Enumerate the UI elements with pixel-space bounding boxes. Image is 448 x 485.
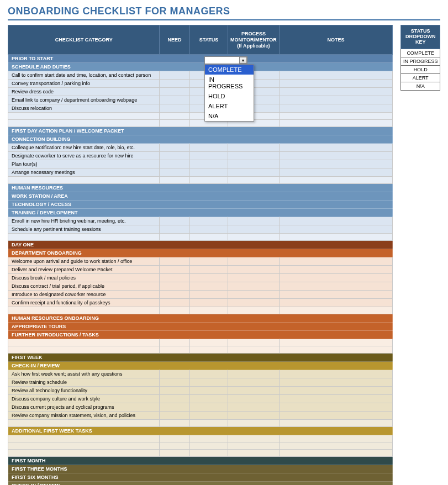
table-row[interactable]: Deliver and review prepared Welcome Pack… xyxy=(8,266,393,274)
sub-further-intro: FURTHER INTRODUCTIONS / TASKS xyxy=(8,331,393,339)
col-notes: NOTES xyxy=(279,25,393,55)
blank-row[interactable] xyxy=(8,435,393,442)
table-row[interactable]: Discuss contract / trial period, if appl… xyxy=(8,282,393,291)
sub-schedule-duties: SCHEDULE AND DUTIES xyxy=(8,63,393,71)
table-row[interactable]: Discuss break / meal policies xyxy=(8,274,393,282)
sub-work-station: WORK STATION / AREA xyxy=(8,192,393,201)
sub-department-onboarding: DEPARTMENT ONBOARDING xyxy=(8,249,393,257)
dropdown-option[interactable]: ALERT xyxy=(205,101,254,111)
dropdown-option[interactable]: COMPLETE xyxy=(205,65,254,75)
table-row[interactable]: Review all technology functionality xyxy=(8,387,393,395)
sub-appropriate-tours: APPROPRIATE TOURS xyxy=(8,323,393,331)
section-prior-to-start: PRIOR TO START xyxy=(8,55,393,63)
sub-connection-building: CONNECTION BUILDING xyxy=(8,135,393,144)
dropdown-option[interactable]: N/A xyxy=(205,111,254,121)
status-key-item: ALERT xyxy=(401,73,440,82)
blank-row[interactable] xyxy=(8,177,393,184)
status-key-item: COMPLETE xyxy=(401,49,440,57)
col-category: CHECKLIST CATEGORY xyxy=(8,25,160,55)
status-key-table: STATUS DROPDOWN KEY COMPLETE IN PROGRESS… xyxy=(400,25,440,91)
blank-row[interactable] xyxy=(8,120,393,127)
table-row[interactable]: Introduce to designated coworker resourc… xyxy=(8,291,393,299)
col-status: STATUS xyxy=(189,25,228,55)
sub-technology-access: TECHNOLOGY / ACCESS xyxy=(8,201,393,209)
table-row[interactable]: Discuss company culture and work style xyxy=(8,395,393,403)
section-first-month: FIRST MONTH xyxy=(8,457,393,465)
table-row[interactable]: Review company mission statement, vision… xyxy=(8,412,393,420)
section-first-three-months: FIRST THREE MONTHS xyxy=(8,465,393,473)
table-row[interactable]: Confirm receipt and functionality of pas… xyxy=(8,299,393,307)
sub-human-resources: HUMAN RESOURCES xyxy=(8,184,393,192)
sub-hr-onboarding: HUMAN RESOURCES ONBOARDING xyxy=(8,314,393,323)
dropdown-cell[interactable]: ▼ xyxy=(204,56,247,64)
blank-row[interactable] xyxy=(8,420,393,427)
blank-row[interactable] xyxy=(8,234,393,241)
status-key-header: STATUS DROPDOWN KEY xyxy=(401,25,440,49)
table-row[interactable]: Plan tour(s) xyxy=(8,160,393,168)
sub-checkin-bottom: CHECK-IN / REVIEW xyxy=(8,482,393,485)
col-process: PROCESS MONITOR/MENTOR (If Applicable) xyxy=(228,25,280,55)
dropdown-option[interactable]: HOLD xyxy=(205,91,254,101)
blank-row[interactable] xyxy=(8,307,393,314)
blank-row[interactable] xyxy=(8,339,393,346)
section-first-six-months: FIRST SIX MONTHS xyxy=(8,473,393,482)
sub-checkin-review: CHECK-IN / REVIEW xyxy=(8,362,393,370)
table-row[interactable]: Arrange necessary meetings xyxy=(8,168,393,177)
chevron-down-icon[interactable]: ▼ xyxy=(239,57,247,64)
title-rule xyxy=(8,19,440,20)
table-row[interactable]: Designate coworker to serve as a resourc… xyxy=(8,152,393,160)
section-day-one: DAY ONE xyxy=(8,241,393,249)
dropdown-option[interactable]: IN PROGRESS xyxy=(205,75,254,91)
table-row[interactable]: Enroll in new hire HR briefing webinar, … xyxy=(8,217,393,225)
blank-row[interactable] xyxy=(8,442,393,450)
table-row[interactable]: Convey transportation / parking info xyxy=(8,80,393,88)
status-dropdown[interactable]: ▼ COMPLETE IN PROGRESS HOLD ALERT N/A xyxy=(204,56,247,64)
dropdown-list[interactable]: COMPLETE IN PROGRESS HOLD ALERT N/A xyxy=(204,64,254,122)
status-key-item: IN PROGRESS xyxy=(401,57,440,65)
blank-row[interactable] xyxy=(8,113,393,120)
sub-additional-tasks: ADDITIONAL FIRST WEEK TASKS xyxy=(8,427,393,435)
status-key-item: HOLD xyxy=(401,65,440,73)
table-row[interactable]: Email link to company / department onboa… xyxy=(8,96,393,104)
sub-training-development: TRAINING / DEVELOPMENT xyxy=(8,209,393,217)
table-row[interactable]: Schedule any pertinent training sessions xyxy=(8,225,393,234)
header-row: CHECKLIST CATEGORY NEED STATUS PROCESS M… xyxy=(8,25,393,55)
table-row[interactable]: Colleague Notification: new hire start d… xyxy=(8,144,393,152)
status-key-item: N/A xyxy=(401,82,440,90)
table-row[interactable]: Ask how first week went; assist with any… xyxy=(8,370,393,378)
table-row[interactable]: Review training schedule xyxy=(8,378,393,387)
blank-row[interactable] xyxy=(8,450,393,457)
col-need: NEED xyxy=(160,25,189,55)
section-first-week: FIRST WEEK xyxy=(8,354,393,362)
page-title: ONBOARDING CHECKLIST FOR MANAGERS xyxy=(0,0,448,19)
blank-row[interactable] xyxy=(8,346,393,354)
table-row[interactable]: Review dress code xyxy=(8,88,393,96)
table-row[interactable]: Discuss relocation xyxy=(8,104,393,113)
checklist-table: CHECKLIST CATEGORY NEED STATUS PROCESS M… xyxy=(8,25,393,485)
table-row[interactable]: Discuss current projects and cyclical pr… xyxy=(8,403,393,412)
table-row[interactable]: Welcome upon arrival and guide to work s… xyxy=(8,257,393,266)
table-row[interactable]: Call to confirm start date and time, loc… xyxy=(8,71,393,80)
sub-first-day-action: FIRST DAY ACTION PLAN / WELCOME PACKET xyxy=(8,127,393,135)
